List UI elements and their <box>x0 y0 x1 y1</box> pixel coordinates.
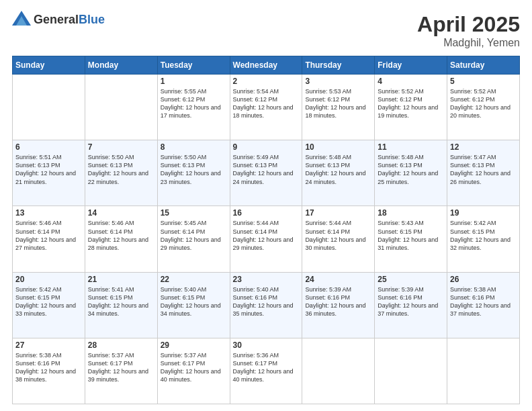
day-info: Sunrise: 5:44 AM Sunset: 6:14 PM Dayligh… <box>305 219 371 252</box>
day-number: 18 <box>378 208 444 218</box>
day-info: Sunrise: 5:46 AM Sunset: 6:14 PM Dayligh… <box>88 219 154 252</box>
day-info: Sunrise: 5:48 AM Sunset: 6:13 PM Dayligh… <box>305 153 371 186</box>
day-number: 6 <box>15 142 82 152</box>
calendar-cell: 12Sunrise: 5:47 AM Sunset: 6:13 PM Dayli… <box>447 140 520 206</box>
day-number: 23 <box>233 275 300 284</box>
calendar-cell: 23Sunrise: 5:40 AM Sunset: 6:16 PM Dayli… <box>230 272 302 338</box>
day-number: 30 <box>233 340 300 350</box>
calendar-cell: 9Sunrise: 5:49 AM Sunset: 6:13 PM Daylig… <box>230 140 302 206</box>
calendar-cell: 11Sunrise: 5:48 AM Sunset: 6:13 PM Dayli… <box>375 140 447 206</box>
day-number: 26 <box>450 275 517 284</box>
calendar-cell: 4Sunrise: 5:52 AM Sunset: 6:12 PM Daylig… <box>375 75 447 140</box>
day-number: 28 <box>88 340 154 350</box>
day-number: 3 <box>305 77 371 86</box>
day-number: 8 <box>161 142 227 152</box>
col-friday: Friday <box>375 56 447 75</box>
day-info: Sunrise: 5:46 AM Sunset: 6:14 PM Dayligh… <box>15 219 82 252</box>
day-info: Sunrise: 5:43 AM Sunset: 6:15 PM Dayligh… <box>378 219 444 252</box>
calendar-cell: 17Sunrise: 5:44 AM Sunset: 6:14 PM Dayli… <box>302 206 375 272</box>
day-number: 27 <box>15 340 82 350</box>
calendar-cell: 6Sunrise: 5:51 AM Sunset: 6:13 PM Daylig… <box>13 140 85 206</box>
calendar-cell: 14Sunrise: 5:46 AM Sunset: 6:14 PM Dayli… <box>85 206 157 272</box>
page: GeneralBlue April 2025 Madghil, Yemen Su… <box>0 0 532 411</box>
logo: GeneralBlue <box>12 12 105 27</box>
day-number: 7 <box>88 142 154 152</box>
col-saturday: Saturday <box>447 56 520 75</box>
day-info: Sunrise: 5:38 AM Sunset: 6:16 PM Dayligh… <box>15 351 82 384</box>
day-info: Sunrise: 5:50 AM Sunset: 6:13 PM Dayligh… <box>161 153 227 186</box>
calendar-cell: 18Sunrise: 5:43 AM Sunset: 6:15 PM Dayli… <box>375 206 447 272</box>
calendar-cell: 24Sunrise: 5:39 AM Sunset: 6:16 PM Dayli… <box>302 272 375 338</box>
day-info: Sunrise: 5:45 AM Sunset: 6:14 PM Dayligh… <box>161 219 227 252</box>
day-number: 22 <box>161 275 227 284</box>
day-info: Sunrise: 5:54 AM Sunset: 6:12 PM Dayligh… <box>233 87 300 120</box>
week-row-4: 20Sunrise: 5:42 AM Sunset: 6:15 PM Dayli… <box>13 272 520 338</box>
day-number: 16 <box>233 208 300 218</box>
logo-general: General <box>34 13 79 26</box>
day-info: Sunrise: 5:38 AM Sunset: 6:16 PM Dayligh… <box>450 285 517 318</box>
calendar-cell: 28Sunrise: 5:37 AM Sunset: 6:17 PM Dayli… <box>85 338 157 404</box>
day-info: Sunrise: 5:39 AM Sunset: 6:16 PM Dayligh… <box>378 285 444 318</box>
calendar-cell: 2Sunrise: 5:54 AM Sunset: 6:12 PM Daylig… <box>230 75 302 140</box>
calendar-cell: 29Sunrise: 5:37 AM Sunset: 6:17 PM Dayli… <box>157 338 230 404</box>
day-info: Sunrise: 5:36 AM Sunset: 6:17 PM Dayligh… <box>233 351 300 384</box>
calendar-body: 1Sunrise: 5:55 AM Sunset: 6:12 PM Daylig… <box>13 75 520 404</box>
calendar-cell: 3Sunrise: 5:53 AM Sunset: 6:12 PM Daylig… <box>302 75 375 140</box>
header: GeneralBlue April 2025 Madghil, Yemen <box>12 12 520 49</box>
calendar-cell: 25Sunrise: 5:39 AM Sunset: 6:16 PM Dayli… <box>375 272 447 338</box>
calendar-cell: 7Sunrise: 5:50 AM Sunset: 6:13 PM Daylig… <box>85 140 157 206</box>
calendar-cell: 13Sunrise: 5:46 AM Sunset: 6:14 PM Dayli… <box>13 206 85 272</box>
calendar-cell: 22Sunrise: 5:40 AM Sunset: 6:15 PM Dayli… <box>157 272 230 338</box>
day-info: Sunrise: 5:42 AM Sunset: 6:15 PM Dayligh… <box>450 219 517 252</box>
calendar-header: Sunday Monday Tuesday Wednesday Thursday… <box>13 56 520 75</box>
day-info: Sunrise: 5:47 AM Sunset: 6:13 PM Dayligh… <box>450 153 517 186</box>
week-row-5: 27Sunrise: 5:38 AM Sunset: 6:16 PM Dayli… <box>13 338 520 404</box>
calendar-cell: 30Sunrise: 5:36 AM Sunset: 6:17 PM Dayli… <box>230 338 302 404</box>
calendar-cell <box>13 75 85 140</box>
day-info: Sunrise: 5:39 AM Sunset: 6:16 PM Dayligh… <box>305 285 371 318</box>
calendar-cell: 21Sunrise: 5:41 AM Sunset: 6:15 PM Dayli… <box>85 272 157 338</box>
calendar-cell: 5Sunrise: 5:52 AM Sunset: 6:12 PM Daylig… <box>447 75 520 140</box>
day-info: Sunrise: 5:51 AM Sunset: 6:13 PM Dayligh… <box>15 153 82 186</box>
day-number: 21 <box>88 275 154 284</box>
calendar-cell: 8Sunrise: 5:50 AM Sunset: 6:13 PM Daylig… <box>157 140 230 206</box>
day-number: 14 <box>88 208 154 218</box>
col-thursday: Thursday <box>302 56 375 75</box>
calendar-cell: 15Sunrise: 5:45 AM Sunset: 6:14 PM Dayli… <box>157 206 230 272</box>
day-info: Sunrise: 5:40 AM Sunset: 6:15 PM Dayligh… <box>161 285 227 318</box>
title-location: Madghil, Yemen <box>417 37 520 49</box>
day-number: 25 <box>378 275 444 284</box>
day-number: 20 <box>15 275 82 284</box>
day-number: 24 <box>305 275 371 284</box>
day-number: 5 <box>450 77 517 86</box>
day-info: Sunrise: 5:37 AM Sunset: 6:17 PM Dayligh… <box>161 351 227 384</box>
day-number: 12 <box>450 142 517 152</box>
day-number: 19 <box>450 208 517 218</box>
calendar-cell <box>85 75 157 140</box>
day-number: 10 <box>305 142 371 152</box>
day-info: Sunrise: 5:48 AM Sunset: 6:13 PM Dayligh… <box>378 153 444 186</box>
calendar-cell: 16Sunrise: 5:44 AM Sunset: 6:14 PM Dayli… <box>230 206 302 272</box>
calendar-cell: 1Sunrise: 5:55 AM Sunset: 6:12 PM Daylig… <box>157 75 230 140</box>
col-monday: Monday <box>85 56 157 75</box>
col-wednesday: Wednesday <box>230 56 302 75</box>
day-info: Sunrise: 5:41 AM Sunset: 6:15 PM Dayligh… <box>88 285 154 318</box>
day-number: 9 <box>233 142 300 152</box>
day-info: Sunrise: 5:40 AM Sunset: 6:16 PM Dayligh… <box>233 285 300 318</box>
title-block: April 2025 Madghil, Yemen <box>417 12 520 49</box>
calendar-cell: 26Sunrise: 5:38 AM Sunset: 6:16 PM Dayli… <box>447 272 520 338</box>
day-number: 13 <box>15 208 82 218</box>
day-number: 4 <box>378 77 444 86</box>
day-number: 2 <box>233 77 300 86</box>
week-row-2: 6Sunrise: 5:51 AM Sunset: 6:13 PM Daylig… <box>13 140 520 206</box>
calendar-cell: 19Sunrise: 5:42 AM Sunset: 6:15 PM Dayli… <box>447 206 520 272</box>
day-number: 11 <box>378 142 444 152</box>
day-number: 15 <box>161 208 227 218</box>
day-info: Sunrise: 5:53 AM Sunset: 6:12 PM Dayligh… <box>305 87 371 120</box>
day-info: Sunrise: 5:55 AM Sunset: 6:12 PM Dayligh… <box>161 87 227 120</box>
calendar-table: Sunday Monday Tuesday Wednesday Thursday… <box>12 56 520 404</box>
title-month: April 2025 <box>417 12 520 37</box>
logo-blue: Blue <box>79 13 105 26</box>
day-info: Sunrise: 5:37 AM Sunset: 6:17 PM Dayligh… <box>88 351 154 384</box>
day-number: 17 <box>305 208 371 218</box>
